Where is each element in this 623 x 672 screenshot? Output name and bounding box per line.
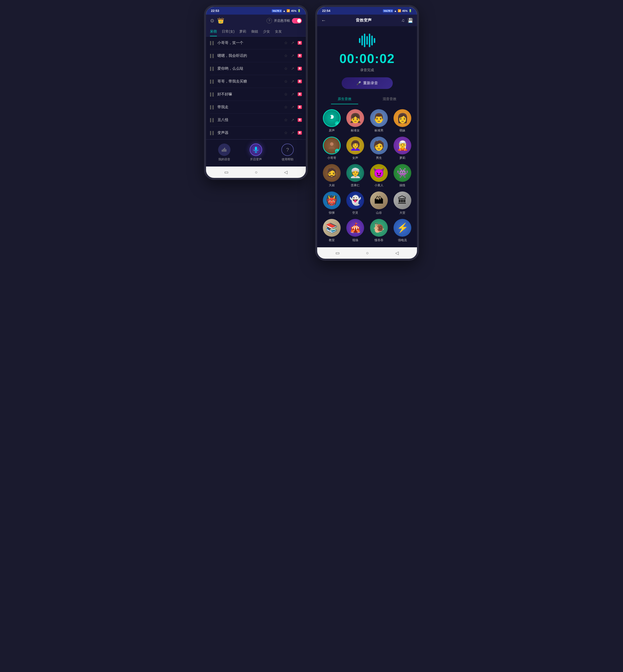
tab-mix-effect[interactable]: 混音音效 xyxy=(367,94,412,104)
new-badge-5: 新 xyxy=(298,92,302,96)
effect-yuansheng[interactable]: ✓ 原声 xyxy=(321,109,343,133)
effect-avatar-gaoguai: 👾 xyxy=(393,164,411,182)
wave-icon-7: ▌▌ xyxy=(210,118,215,122)
effect-dating[interactable]: 🏛 大堂 xyxy=(392,192,413,215)
effect-kongling[interactable]: 👻 空灵 xyxy=(345,192,366,215)
effect-dashu[interactable]: 🧔 大叔 xyxy=(321,164,343,187)
android-home-btn[interactable]: ○ xyxy=(255,170,258,175)
android-back-btn-2[interactable]: ◁ xyxy=(395,250,399,256)
wifi-icon: ▲ xyxy=(283,9,286,12)
svg-rect-1 xyxy=(223,149,224,152)
tab-daomeng[interactable]: 呆萌 xyxy=(210,27,217,36)
share-icon-4[interactable]: ↗ xyxy=(291,79,294,84)
svg-point-9 xyxy=(330,142,333,146)
settings-icon[interactable]: ⚙ xyxy=(210,18,214,24)
song-actions-6: ☆ ↗ 新 xyxy=(284,105,302,110)
star-icon-6[interactable]: ☆ xyxy=(284,105,288,110)
wave-icon-4: ▌▌ xyxy=(210,80,215,84)
svg-rect-0 xyxy=(222,150,222,152)
wave-icon-6: ▌▌ xyxy=(210,105,215,109)
star-icon-5[interactable]: ☆ xyxy=(284,92,288,96)
battery-icon-1: 🔋 xyxy=(297,9,301,12)
effect-gaoguai[interactable]: 👾 搞怪 xyxy=(392,164,413,187)
nav-help[interactable]: ? 使用帮助 xyxy=(281,144,294,162)
share-icon-6[interactable]: ↗ xyxy=(291,105,294,110)
song-item-3[interactable]: ▌▌ 爱你哟，么么哒 ☆ ↗ 新 xyxy=(210,62,302,75)
effect-mantuntun[interactable]: 🐌 慢吞吞 xyxy=(368,219,390,242)
star-icon-1[interactable]: ☆ xyxy=(284,40,288,45)
wave-bar-1 xyxy=(359,38,360,43)
song-item-4[interactable]: ▌▌ 哥哥，带我去买糖 ☆ ↗ 新 xyxy=(210,75,302,88)
back-button[interactable]: ← xyxy=(321,18,326,23)
tab-nvyou[interactable]: 女友 xyxy=(275,27,282,36)
effect-grid: ✓ 原声 👧 标准女 👨 标准男 👩 萌妹 xyxy=(317,109,417,247)
song-name-1: 小哥哥，笑一个 xyxy=(217,40,281,45)
song-item-7[interactable]: ▌▌ 丑八怪 ☆ ↗ 新 xyxy=(210,114,302,126)
signal-icon: 📶 xyxy=(287,9,290,12)
save-icon[interactable]: 💾 xyxy=(408,18,413,23)
re-record-button[interactable]: 🎤 重新录音 xyxy=(342,77,393,89)
effect-waiguoren[interactable]: 👳 歪果仁 xyxy=(345,164,366,187)
star-icon-4[interactable]: ☆ xyxy=(284,79,288,84)
effect-nansheng[interactable]: 🧑 男生 xyxy=(368,137,390,160)
song-item-6[interactable]: ▌▌ 带我走 ☆ ↗ 新 xyxy=(210,101,302,114)
effect-biaozhunnan[interactable]: 👨 标准男 xyxy=(368,109,390,133)
effect-biaozhunnv[interactable]: 👧 标准女 xyxy=(345,109,366,133)
wave-bar-3 xyxy=(364,34,365,47)
share-icon-2[interactable]: ↗ xyxy=(291,53,294,58)
song-item-1[interactable]: ▌▌ 小哥哥，笑一个 ☆ ↗ 新 xyxy=(210,36,302,50)
effect-name-mengmei: 萌妹 xyxy=(399,128,405,133)
wave-bar-4 xyxy=(366,36,368,45)
effect-xiaohuangren[interactable]: 😈 小黄人 xyxy=(368,164,390,187)
tab-yujie[interactable]: 御姐 xyxy=(251,27,258,36)
share-icon-1[interactable]: ↗ xyxy=(291,40,294,45)
effect-xianchang[interactable]: 🎪 现场 xyxy=(345,219,366,242)
effect-avatar-mantuntun: 🐌 xyxy=(370,219,388,237)
effect-shangu[interactable]: 🏔 山谷 xyxy=(368,192,390,215)
effect-name-qiangdianliu: 强电流 xyxy=(398,238,407,242)
selected-check-xiaogege: 🎤 xyxy=(335,149,339,153)
android-square-btn[interactable]: ▭ xyxy=(224,170,229,175)
share-icon-7[interactable]: ↗ xyxy=(291,118,294,122)
nav-my-voice-label: 我的语音 xyxy=(218,157,230,162)
effect-qiangdianliu[interactable]: ⚡ 强电流 xyxy=(392,219,413,242)
effect-luoli[interactable]: 🧝 萝莉 xyxy=(392,137,413,160)
share-icon-3[interactable]: ↗ xyxy=(291,66,294,71)
tab-daily-female[interactable]: 日常(女) xyxy=(222,27,234,36)
nav-my-voice[interactable]: 我的语音 xyxy=(218,144,231,162)
effect-mengmei[interactable]: 👩 萌妹 xyxy=(392,109,413,133)
song-item-2[interactable]: ▌▌ 嗯嗯，我会听话的 ☆ ↗ 新 xyxy=(210,50,302,62)
android-home-btn-2[interactable]: ○ xyxy=(366,250,369,256)
effect-xiaogege[interactable]: 🎤 小哥哥 xyxy=(321,137,343,160)
tab-native-effect[interactable]: 原生音效 xyxy=(322,94,367,104)
song-item-5[interactable]: ▌▌ 好不好嘛 ☆ ↗ 新 xyxy=(210,88,302,101)
tab-shaonv[interactable]: 少女 xyxy=(263,27,270,36)
bottom-nav-1: 我的语音 开启变声 ? 使用帮助 xyxy=(206,139,306,167)
effect-nvsheng[interactable]: 👩‍🦱 女声 xyxy=(345,137,366,160)
effect-avatar-jingsong: 👹 xyxy=(323,192,340,209)
star-icon-3[interactable]: ☆ xyxy=(284,66,288,71)
android-square-btn-2[interactable]: ▭ xyxy=(335,250,340,256)
help-button[interactable]: ? xyxy=(267,18,272,24)
effect-jingsong[interactable]: 👹 惊悚 xyxy=(321,192,343,215)
song-name-6: 带我走 xyxy=(217,105,281,110)
song-name-8: 变声器 xyxy=(217,130,281,135)
star-icon-2[interactable]: ☆ xyxy=(284,53,288,58)
effect-avatar-xiaogege: 🎤 xyxy=(323,137,340,154)
svg-rect-3 xyxy=(226,149,226,152)
star-icon-7[interactable]: ☆ xyxy=(284,118,288,122)
share-icon-5[interactable]: ↗ xyxy=(291,92,294,96)
song-item-8[interactable]: ▌▌ 变声器 ☆ ↗ 新 xyxy=(210,126,302,139)
effect-avatar-yuansheng: ✓ xyxy=(323,109,340,127)
float-toggle[interactable] xyxy=(292,18,302,24)
nav-voice-change[interactable]: 开启变声 xyxy=(250,144,262,162)
effect-avatar-dating: 🏛 xyxy=(393,192,411,209)
song-actions-1: ☆ ↗ 新 xyxy=(284,40,302,45)
playlist-icon[interactable]: ♫ xyxy=(402,18,405,23)
effect-avatar-dashu: 🧔 xyxy=(323,164,340,182)
android-back-btn[interactable]: ◁ xyxy=(284,170,288,175)
share-icon-8[interactable]: ↗ xyxy=(291,130,294,135)
star-icon-8[interactable]: ☆ xyxy=(284,130,288,135)
effect-jiaoshi[interactable]: 📚 教室 xyxy=(321,219,343,242)
tab-luoli[interactable]: 萝莉 xyxy=(239,27,246,36)
